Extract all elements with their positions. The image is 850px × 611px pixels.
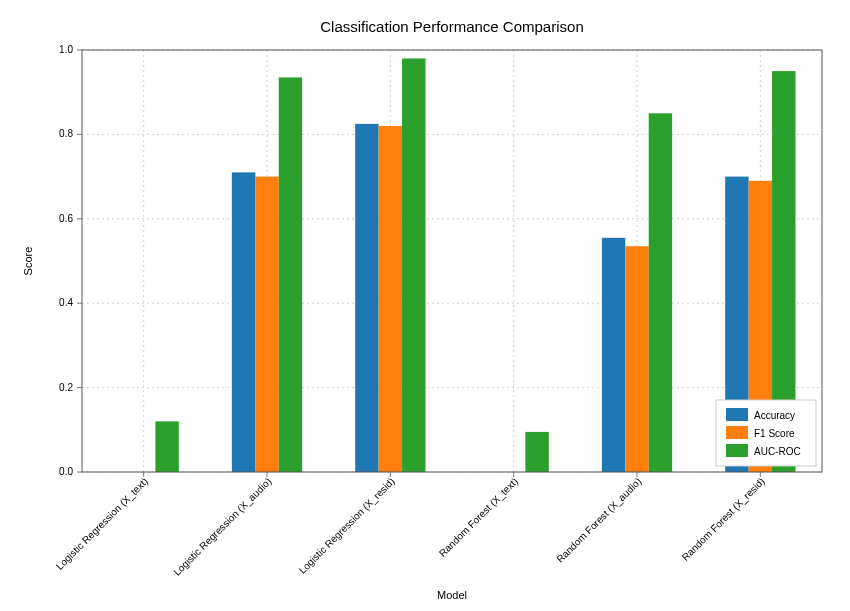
legend-swatch xyxy=(726,426,748,439)
svg-rect-0 xyxy=(82,50,822,472)
bar xyxy=(402,58,425,472)
y-tick-label: 0.0 xyxy=(59,466,73,477)
x-tick-label: Random Forest (X_audio) xyxy=(554,476,643,565)
y-tick-label: 0.8 xyxy=(59,128,73,139)
legend-swatch xyxy=(726,444,748,457)
y-tick-label: 0.4 xyxy=(59,297,73,308)
bar xyxy=(155,421,178,472)
bar xyxy=(625,246,648,472)
bar xyxy=(232,172,255,472)
bar xyxy=(602,238,625,472)
y-axis-label: Score xyxy=(22,247,34,276)
legend-label: F1 Score xyxy=(754,428,795,439)
x-tick-label: Logistic Regression (X_text) xyxy=(54,476,150,572)
chart-container: 0.00.20.40.60.81.0Logistic Regression (X… xyxy=(0,0,850,611)
bar xyxy=(279,77,302,472)
legend-label: AUC-ROC xyxy=(754,446,801,457)
legend-label: Accuracy xyxy=(754,410,795,421)
x-axis-label: Model xyxy=(437,589,467,601)
y-tick-label: 0.2 xyxy=(59,382,73,393)
bar xyxy=(649,113,672,472)
bar xyxy=(255,177,278,472)
chart-svg: 0.00.20.40.60.81.0Logistic Regression (X… xyxy=(0,0,850,611)
bar xyxy=(355,124,378,472)
x-tick-label: Random Forest (X_text) xyxy=(437,476,520,559)
y-tick-label: 1.0 xyxy=(59,44,73,55)
x-tick-label: Logistic Regression (X_audio) xyxy=(171,476,273,578)
bar xyxy=(525,432,548,472)
chart-title: Classification Performance Comparison xyxy=(320,18,583,35)
legend: AccuracyF1 ScoreAUC-ROC xyxy=(716,400,816,466)
bar xyxy=(379,126,402,472)
legend-swatch xyxy=(726,408,748,421)
y-tick-label: 0.6 xyxy=(59,213,73,224)
x-tick-label: Random Forest (X_resid) xyxy=(680,476,767,563)
x-tick-label: Logistic Regression (X_resid) xyxy=(297,476,397,576)
